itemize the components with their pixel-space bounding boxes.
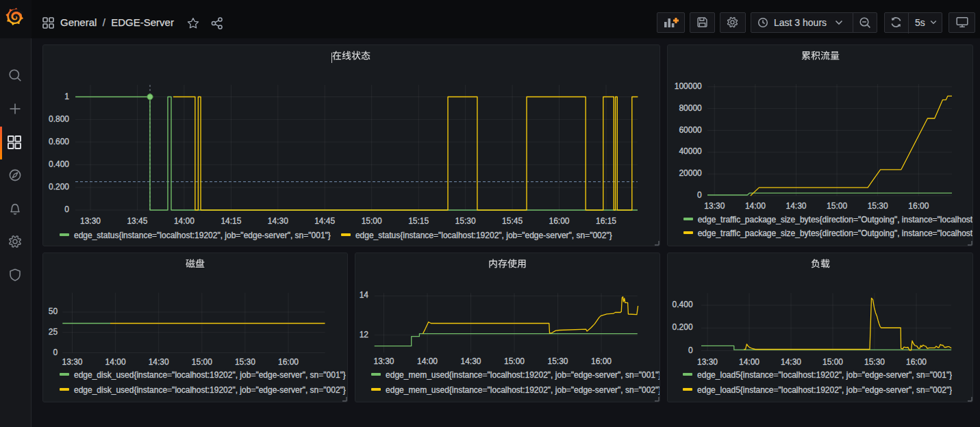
svg-text:15:30: 15:30 [864, 357, 885, 367]
svg-text:0: 0 [64, 205, 69, 214]
svg-text:13:30: 13:30 [704, 201, 725, 211]
svg-text:14:30: 14:30 [149, 357, 169, 367]
svg-text:0.400: 0.400 [673, 300, 693, 309]
svg-text:1: 1 [64, 92, 69, 101]
svg-text:14:00: 14:00 [739, 357, 759, 367]
svg-text:14:30: 14:30 [786, 201, 806, 211]
svg-text:15:30: 15:30 [455, 216, 476, 226]
svg-text:15:45: 15:45 [502, 216, 523, 226]
svg-text:15:00: 15:00 [827, 201, 847, 211]
svg-text:0.600: 0.600 [49, 137, 69, 146]
svg-text:15:00: 15:00 [822, 357, 843, 367]
svg-text:14:00: 14:00 [745, 201, 766, 211]
svg-text:0.400: 0.400 [49, 159, 69, 169]
svg-text:80000: 80000 [679, 103, 702, 113]
svg-text:14:30: 14:30 [781, 357, 801, 367]
svg-text:13:45: 13:45 [127, 216, 147, 226]
svg-text:20000: 20000 [679, 168, 702, 178]
svg-text:13:30: 13:30 [697, 357, 718, 367]
svg-text:14: 14 [359, 290, 368, 300]
svg-text:16:00: 16:00 [590, 357, 611, 366]
svg-text:25: 25 [49, 327, 58, 337]
svg-text:50: 50 [49, 307, 58, 316]
svg-text:14:30: 14:30 [460, 357, 481, 366]
svg-text:15:15: 15:15 [408, 216, 429, 226]
svg-text:0: 0 [53, 348, 58, 357]
svg-text:16:00: 16:00 [549, 216, 569, 226]
svg-text:0: 0 [697, 190, 702, 200]
svg-text:15:30: 15:30 [235, 357, 255, 367]
svg-text:15:00: 15:00 [362, 216, 382, 226]
svg-text:0.200: 0.200 [673, 322, 693, 332]
svg-text:14:45: 14:45 [314, 216, 335, 226]
svg-text:15:30: 15:30 [547, 357, 568, 366]
svg-text:12: 12 [359, 330, 368, 339]
svg-text:13:30: 13:30 [62, 357, 82, 367]
svg-text:16:00: 16:00 [278, 357, 299, 367]
svg-text:60000: 60000 [679, 125, 702, 135]
svg-text:14:15: 14:15 [221, 216, 241, 226]
svg-text:0: 0 [688, 346, 693, 355]
svg-text:14:00: 14:00 [416, 357, 437, 366]
svg-text:14:00: 14:00 [105, 357, 126, 367]
svg-text:14:30: 14:30 [268, 216, 288, 226]
svg-text:15:00: 15:00 [192, 357, 212, 367]
svg-text:16:15: 16:15 [596, 216, 616, 226]
svg-text:13:30: 13:30 [80, 216, 101, 226]
svg-text:100000: 100000 [675, 81, 702, 91]
svg-text:16:00: 16:00 [906, 357, 927, 367]
svg-text:15:30: 15:30 [868, 201, 888, 211]
svg-text:40000: 40000 [679, 146, 702, 156]
svg-text:14:00: 14:00 [174, 216, 194, 226]
svg-text:16:00: 16:00 [908, 201, 929, 211]
svg-text:0.200: 0.200 [49, 182, 69, 192]
svg-text:0.800: 0.800 [49, 114, 69, 124]
svg-text:13:30: 13:30 [373, 357, 394, 366]
svg-text:15:00: 15:00 [503, 357, 524, 366]
